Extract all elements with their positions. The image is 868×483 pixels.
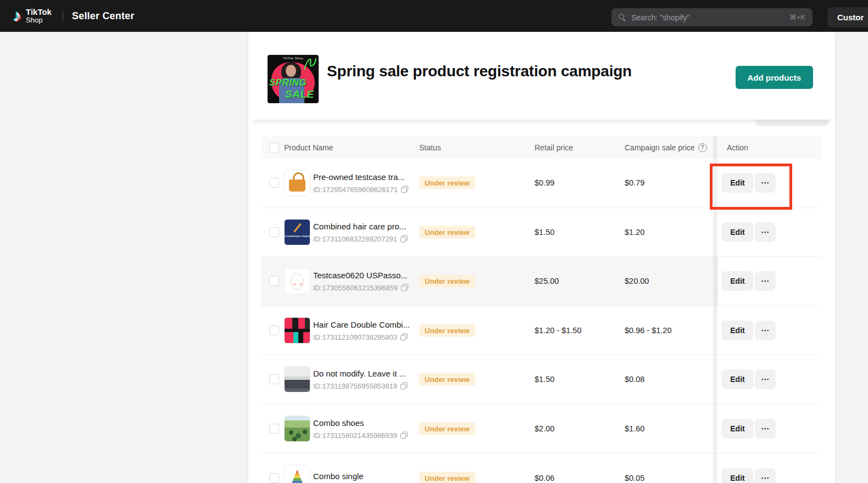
status-badge: Under review bbox=[419, 226, 475, 238]
row-checkbox[interactable] bbox=[269, 374, 279, 384]
product-name: Do not modify. Leave it ... bbox=[313, 369, 415, 378]
more-actions-button[interactable]: ⋯ bbox=[755, 271, 776, 291]
product-name: Pre-owned testcase tra... bbox=[313, 172, 415, 182]
product-thumbnail bbox=[284, 465, 310, 483]
more-actions-button[interactable]: ⋯ bbox=[755, 419, 776, 439]
edit-button[interactable]: Edit bbox=[721, 369, 754, 389]
campaign-sale-price: $0.79 bbox=[625, 178, 644, 187]
page: ♪ TikTok Shop Seller Center ⌘+K Custor T… bbox=[0, 0, 868, 483]
action-cell: Edit ⋯ bbox=[718, 159, 821, 207]
edit-button[interactable]: Edit bbox=[721, 419, 754, 439]
product-id: ID:1731106832289207291 bbox=[313, 234, 397, 243]
search-icon bbox=[619, 14, 626, 21]
product-info: Combined hair care pro... ID:17311068322… bbox=[313, 221, 415, 243]
edit-button[interactable]: Edit bbox=[721, 173, 754, 193]
status-badge: Under review bbox=[419, 471, 475, 483]
product-id: ID:1731158021435986939 bbox=[313, 431, 397, 439]
header-retail-price: Retail price bbox=[535, 143, 573, 152]
copy-icon[interactable] bbox=[401, 284, 408, 291]
edit-button[interactable]: Edit bbox=[721, 222, 754, 242]
row-checkbox[interactable] bbox=[269, 473, 279, 483]
retail-price: $1.20 - $1.50 bbox=[535, 326, 581, 335]
row-checkbox[interactable] bbox=[269, 325, 279, 335]
global-search[interactable]: ⌘+K bbox=[611, 8, 813, 26]
product-id-line: ID:1731106832289207291 bbox=[313, 234, 415, 243]
action-cell: Edit ⋯ bbox=[718, 453, 821, 483]
product-name: Combined hair care pro... bbox=[313, 221, 415, 231]
table-row: Testcase0620 USPasso... ID:1730556061215… bbox=[261, 257, 821, 306]
banner-squiggle-icon bbox=[303, 56, 317, 71]
copy-icon[interactable] bbox=[400, 431, 408, 439]
campaign-sale-price: $0.08 bbox=[625, 375, 644, 384]
banner-model-face bbox=[286, 65, 296, 77]
header-product-name: Product Name bbox=[284, 143, 333, 152]
campaign-sale-price: $20.00 bbox=[625, 277, 649, 285]
campaign-sale-price: $0.96 - $1.20 bbox=[625, 326, 671, 335]
select-all-checkbox[interactable] bbox=[269, 143, 279, 153]
status-badge: Under review bbox=[419, 422, 475, 435]
product-id-line: ID:1730556061215396859 bbox=[313, 284, 415, 292]
brand-line2: Shop bbox=[26, 16, 52, 24]
row-checkbox[interactable] bbox=[269, 227, 279, 237]
row-checkbox[interactable] bbox=[269, 276, 279, 286]
action-cell: Edit ⋯ bbox=[718, 355, 821, 404]
status-badge: Under review bbox=[419, 177, 475, 189]
retail-price: $0.99 bbox=[535, 178, 554, 187]
top-navbar: ♪ TikTok Shop Seller Center ⌘+K Custor bbox=[0, 0, 868, 32]
product-thumbnail bbox=[284, 366, 310, 392]
table-row: Combined hair care pro... ID:17311068322… bbox=[261, 208, 821, 257]
banner-sale-text: SALE bbox=[285, 88, 314, 100]
search-shortcut-hint: ⌘+K bbox=[789, 13, 805, 21]
action-cell: Edit ⋯ bbox=[718, 405, 821, 453]
status-badge: Under review bbox=[419, 324, 475, 336]
retail-price: $2.00 bbox=[535, 424, 554, 433]
help-icon[interactable]: ? bbox=[698, 143, 707, 152]
action-cell: Edit ⋯ bbox=[718, 257, 821, 306]
more-actions-button[interactable]: ⋯ bbox=[755, 468, 776, 483]
add-products-button[interactable]: Add products bbox=[736, 66, 814, 89]
search-input[interactable] bbox=[631, 13, 784, 22]
retail-price: $1.50 bbox=[535, 375, 554, 384]
product-thumbnail bbox=[284, 415, 310, 442]
row-checkbox[interactable] bbox=[269, 424, 279, 434]
copy-icon[interactable] bbox=[401, 186, 408, 193]
customer-button[interactable]: Custor bbox=[827, 7, 868, 27]
product-id: ID:1731121090738295803 bbox=[313, 333, 397, 341]
table-header-row: Product Name Status Retail price Campaig… bbox=[261, 136, 821, 159]
main-panel: TikTok Shop SPRING SALE Spring sale prod… bbox=[248, 32, 835, 483]
more-actions-button[interactable]: ⋯ bbox=[755, 369, 776, 389]
table-body: Pre-owned testcase tra... ID:17295476596… bbox=[261, 159, 821, 483]
product-id: ID:1729547659608626171 bbox=[313, 186, 398, 194]
product-name: Testcase0620 USPasso... bbox=[313, 271, 415, 280]
product-thumbnail bbox=[284, 170, 310, 196]
product-id-line: ID:1731198756955853819 bbox=[313, 382, 415, 390]
table-row: Hair Care Double Combi... ID:17311210907… bbox=[261, 306, 821, 356]
copy-icon[interactable] bbox=[400, 235, 408, 242]
product-name: Hair Care Double Combi... bbox=[313, 319, 415, 329]
status-badge: Under review bbox=[419, 275, 475, 288]
more-actions-button[interactable]: ⋯ bbox=[755, 321, 776, 340]
edit-button[interactable]: Edit bbox=[721, 321, 754, 340]
more-actions-button[interactable]: ⋯ bbox=[755, 173, 776, 193]
copy-icon[interactable] bbox=[400, 383, 408, 390]
product-info: Combo shoes ID:1731158021435986939 bbox=[313, 418, 415, 439]
action-cell: Edit ⋯ bbox=[718, 208, 821, 257]
row-checkbox[interactable] bbox=[269, 178, 279, 188]
copy-icon[interactable] bbox=[400, 333, 408, 340]
product-info: Hair Care Double Combi... ID:17311210907… bbox=[313, 319, 415, 341]
nav-divider bbox=[63, 10, 63, 21]
tiktok-shop-logo[interactable]: ♪ TikTok Shop bbox=[13, 8, 52, 24]
product-info: Pre-owned testcase tra... ID:17295476596… bbox=[313, 172, 415, 194]
header-campaign-price: Campaign sale price ? bbox=[625, 143, 707, 152]
tiktok-note-icon: ♪ bbox=[13, 8, 21, 24]
product-id: ID:1730556061215396859 bbox=[313, 284, 398, 292]
more-actions-button[interactable]: ⋯ bbox=[755, 222, 776, 242]
edit-button[interactable]: Edit bbox=[721, 468, 754, 483]
campaign-sale-price: $1.60 bbox=[625, 424, 644, 433]
product-name: Combo single bbox=[313, 471, 415, 481]
campaign-header-card: TikTok Shop SPRING SALE Spring sale prod… bbox=[248, 32, 835, 120]
table-row: Pre-owned testcase tra... ID:17295476596… bbox=[261, 159, 821, 208]
edit-button[interactable]: Edit bbox=[721, 271, 754, 291]
campaign-sale-price: $1.20 bbox=[625, 228, 644, 237]
product-info: Testcase0620 USPasso... ID:1730556061215… bbox=[313, 271, 415, 292]
